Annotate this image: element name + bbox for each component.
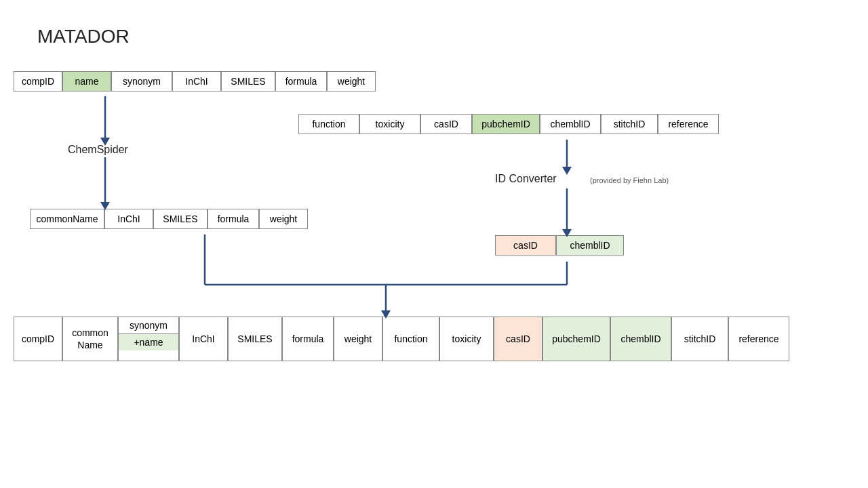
bot-cell-inchi: InChI (179, 317, 228, 361)
bot-cell-toxicity: toxicity (439, 317, 494, 361)
mid-cell-chemblid: chemblID (540, 114, 601, 134)
bot-cell-function: function (382, 317, 439, 361)
bot-cell-chemblid: chemblID (610, 317, 671, 361)
cs-cell-weight: weight (259, 209, 308, 229)
svg-marker-5 (562, 167, 572, 175)
bot-cell-formula: formula (282, 317, 334, 361)
top-cell-inchi: InChI (172, 71, 221, 92)
mid-cell-function: function (298, 114, 359, 134)
top-cell-formula: formula (275, 71, 327, 92)
bot-cell-commonname: commonName (62, 317, 118, 361)
bot-synonym-top: synonym (119, 317, 178, 334)
cs-cell-smiles: SMILES (153, 209, 208, 229)
idc-cell-casid: casID (495, 235, 556, 256)
mid-right-table: function toxicity casID pubchemID chembl… (298, 114, 719, 134)
top-cell-synonym: synonym (111, 71, 172, 92)
bot-synonym-bottom: +name (119, 334, 178, 350)
cs-cell-commonname: commonName (30, 209, 104, 229)
page-title: MATADOR (37, 26, 130, 47)
top-cell-compid: compID (14, 71, 62, 92)
mid-cell-stitchid: stitchID (601, 114, 658, 134)
top-cell-weight: weight (327, 71, 376, 92)
chemspider-label: ChemSpider (68, 144, 128, 156)
fiehn-label: (provided by Fiehn Lab) (590, 176, 669, 184)
bot-cell-weight: weight (334, 317, 382, 361)
mid-cell-reference: reference (658, 114, 719, 134)
mid-cell-toxicity: toxicity (359, 114, 420, 134)
bot-cell-casid: casID (494, 317, 542, 361)
bottom-table: compID commonName synonym +name InChI SM… (14, 317, 789, 361)
bot-cell-synonym-stack: synonym +name (118, 317, 179, 361)
bot-cell-stitchid: stitchID (671, 317, 728, 361)
bot-cell-pubchemid: pubchemID (542, 317, 610, 361)
top-cell-smiles: SMILES (221, 71, 275, 92)
cs-cell-formula: formula (208, 209, 259, 229)
top-table: compID name synonym InChI SMILES formula… (14, 71, 376, 92)
idc-cell-chemblid: chemblID (556, 235, 624, 256)
cs-cell-inchi: InChI (104, 209, 153, 229)
chemspider-table: commonName InChI SMILES formula weight (30, 209, 308, 229)
mid-cell-pubchemid: pubchemID (472, 114, 540, 134)
id-converter-label: ID Converter (495, 173, 557, 185)
bot-cell-reference: reference (728, 317, 789, 361)
id-converter-table: casID chemblID (495, 235, 624, 256)
bot-cell-compid: compID (14, 317, 62, 361)
top-cell-name: name (62, 71, 111, 92)
bot-cell-smiles: SMILES (228, 317, 282, 361)
mid-cell-casid: casID (420, 114, 472, 134)
